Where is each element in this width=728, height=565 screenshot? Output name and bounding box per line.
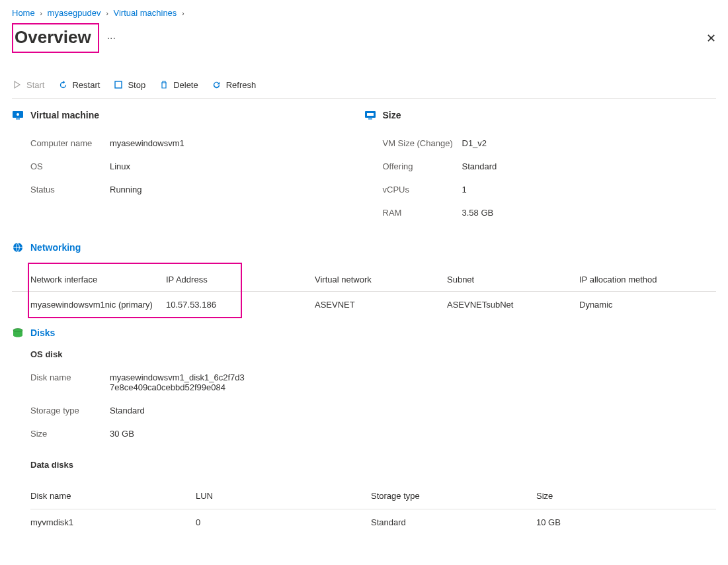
net-alloc-value: Dynamic	[579, 292, 711, 318]
dd-size-value: 10 GB	[536, 509, 668, 535]
delete-icon	[159, 79, 169, 90]
networking-section-title[interactable]: Networking	[30, 242, 81, 253]
play-icon	[12, 79, 22, 90]
dd-col-lun: LUN	[196, 483, 371, 509]
dd-col-size: Size	[536, 483, 668, 509]
os-label: OS	[30, 161, 110, 171]
net-subnet-value: ASEVNETsubNet	[447, 292, 579, 318]
change-size-link[interactable]: Change	[420, 138, 450, 148]
disks-section-title[interactable]: Disks	[30, 327, 55, 338]
net-col-vnet: Virtual network	[315, 264, 447, 291]
dd-col-storage: Storage type	[371, 483, 536, 509]
restart-icon	[58, 79, 68, 90]
status-label: Status	[30, 185, 110, 195]
dd-name-value: myvmdisk1	[30, 509, 196, 535]
more-menu-icon[interactable]: ···	[107, 32, 116, 44]
restart-button[interactable]: Restart	[58, 79, 100, 90]
size-icon	[364, 109, 376, 121]
disks-icon	[12, 327, 24, 339]
computer-name-value: myasewindowsvm1	[110, 138, 184, 148]
restart-label: Restart	[72, 80, 100, 90]
breadcrumb: Home › myasegpudev › Virtual machines ›	[12, 7, 716, 22]
vcpus-label: vCPUs	[383, 185, 462, 195]
os-value: Linux	[110, 161, 130, 171]
os-disk-title: OS disk	[30, 349, 716, 359]
dd-col-name: Disk name	[30, 483, 196, 509]
net-col-nic: Network interface	[30, 264, 166, 291]
page-title: Overview	[15, 27, 91, 48]
stop-icon	[113, 79, 124, 90]
disk-name-value: myasewindowsvm1_disk1_6c2f7d37e8ce409ca0…	[110, 372, 249, 392]
svg-point-3	[17, 113, 19, 116]
refresh-icon	[212, 79, 222, 90]
start-label: Start	[26, 80, 44, 90]
vm-section-title: Virtual machine	[30, 110, 99, 120]
net-vnet-value: ASEVNET	[315, 292, 447, 318]
ram-label: RAM	[383, 208, 462, 218]
toolbar: Start Restart Stop Delete Refresh	[12, 73, 716, 99]
delete-button[interactable]: Delete	[159, 79, 198, 90]
start-button: Start	[12, 79, 44, 90]
computer-name-label: Computer name	[30, 138, 110, 148]
stop-label: Stop	[128, 80, 145, 90]
vm-icon	[12, 109, 24, 121]
vm-size-value: D1_v2	[462, 138, 487, 148]
chevron-right-icon: ›	[37, 9, 45, 17]
storage-type-value: Standard	[110, 406, 145, 415]
networking-icon	[12, 241, 24, 253]
breadcrumb-resource[interactable]: myasegpudev	[48, 8, 101, 18]
breadcrumb-home[interactable]: Home	[12, 8, 35, 18]
refresh-label: Refresh	[226, 80, 257, 90]
disk-size-label: Size	[30, 429, 110, 439]
delete-label: Delete	[173, 80, 198, 90]
net-col-alloc: IP allocation method	[579, 264, 711, 291]
offering-value: Standard	[462, 161, 497, 171]
breadcrumb-vms[interactable]: Virtual machines	[113, 8, 177, 18]
vm-size-label: VM Size (Change)	[383, 138, 462, 148]
net-col-ip: IP Address	[166, 264, 239, 291]
chevron-right-icon: ›	[179, 9, 187, 17]
vcpus-value: 1	[462, 185, 467, 195]
size-section-title: Size	[383, 110, 401, 120]
ram-value: 3.58 GB	[462, 208, 494, 218]
disk-size-value: 30 GB	[110, 429, 134, 439]
dd-lun-value: 0	[196, 509, 371, 535]
status-value: Running	[110, 185, 142, 195]
net-ip-value: 10.57.53.186	[166, 292, 239, 318]
stop-button[interactable]: Stop	[113, 79, 145, 90]
offering-label: Offering	[383, 161, 462, 171]
svg-rect-0	[115, 81, 122, 88]
net-nic-value: myasewindowsvm1nic (primary)	[30, 292, 166, 318]
storage-type-label: Storage type	[30, 406, 110, 415]
chevron-right-icon: ›	[103, 9, 111, 17]
refresh-button[interactable]: Refresh	[212, 79, 257, 90]
data-disks-title: Data disks	[30, 460, 716, 470]
svg-rect-5	[368, 118, 372, 120]
disk-name-label: Disk name	[30, 372, 110, 392]
net-col-subnet: Subnet	[447, 264, 579, 291]
svg-rect-2	[16, 118, 20, 120]
close-icon[interactable]: ✕	[706, 31, 716, 46]
dd-storage-value: Standard	[371, 509, 536, 535]
svg-rect-6	[367, 113, 374, 116]
